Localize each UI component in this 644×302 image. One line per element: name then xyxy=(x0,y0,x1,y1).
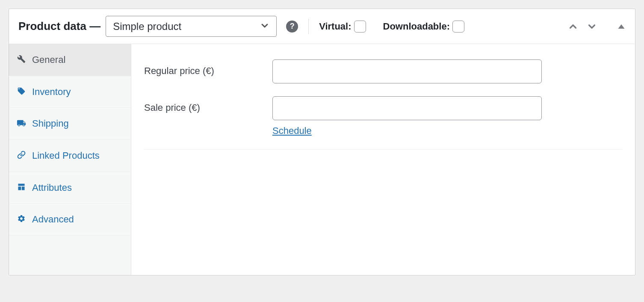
help-icon[interactable]: ? xyxy=(286,21,298,33)
sidebar-item-attributes[interactable]: Attributes xyxy=(9,172,131,204)
virtual-label: Virtual: xyxy=(319,21,351,32)
sidebar-item-label: Inventory xyxy=(32,86,123,98)
tab-content-general: Regular price (€) Sale price (€) Schedul… xyxy=(131,44,635,275)
regular-price-label: Regular price (€) xyxy=(144,59,272,77)
link-icon xyxy=(17,151,26,159)
vertical-separator xyxy=(308,19,309,34)
layout-icon xyxy=(17,183,26,191)
sidebar-item-advanced[interactable]: Advanced xyxy=(9,203,131,236)
product-type-select-wrap: Simple product xyxy=(106,16,277,37)
product-type-select[interactable]: Simple product xyxy=(106,16,277,37)
regular-price-input[interactable] xyxy=(272,59,542,83)
sale-price-row: Sale price (€) Schedule xyxy=(144,92,622,145)
sale-price-input[interactable] xyxy=(272,96,542,120)
panel-title: Product data — xyxy=(18,20,100,33)
content-separator xyxy=(144,149,622,150)
downloadable-checkbox-label[interactable]: Downloadable: xyxy=(383,21,464,33)
tag-icon xyxy=(17,87,26,95)
sidebar-item-label: Linked Products xyxy=(32,149,123,162)
sidebar-item-shipping[interactable]: Shipping xyxy=(9,107,131,139)
collapse-icon[interactable] xyxy=(617,22,626,31)
sidebar-item-label: General xyxy=(32,53,123,66)
sidebar-item-linked-products[interactable]: Linked Products xyxy=(9,139,131,172)
panel-header: Product data — Simple product ? Virtual:… xyxy=(9,9,635,44)
svg-marker-0 xyxy=(618,24,625,29)
sidebar-item-label: Attributes xyxy=(32,181,123,194)
downloadable-label: Downloadable: xyxy=(383,21,450,32)
move-down-icon[interactable] xyxy=(586,21,597,32)
truck-icon xyxy=(17,118,26,128)
schedule-link[interactable]: Schedule xyxy=(272,125,542,136)
virtual-checkbox[interactable] xyxy=(354,21,366,33)
sidebar: General Inventory Shipping Linked Produc… xyxy=(9,44,131,275)
downloadable-checkbox[interactable] xyxy=(452,21,464,33)
regular-price-row: Regular price (€) xyxy=(144,55,622,92)
virtual-checkbox-label[interactable]: Virtual: xyxy=(319,21,366,33)
panel-controls xyxy=(567,21,626,32)
sidebar-item-general[interactable]: General xyxy=(9,44,131,76)
sale-price-label: Sale price (€) xyxy=(144,96,272,113)
sidebar-item-label: Shipping xyxy=(32,117,123,130)
sidebar-item-label: Advanced xyxy=(32,213,123,226)
gear-icon xyxy=(17,214,26,223)
wrench-icon xyxy=(17,55,26,63)
panel-body: General Inventory Shipping Linked Produc… xyxy=(9,44,635,275)
move-up-icon[interactable] xyxy=(567,21,579,32)
product-data-panel: Product data — Simple product ? Virtual:… xyxy=(9,9,635,275)
sidebar-item-inventory[interactable]: Inventory xyxy=(9,76,131,108)
